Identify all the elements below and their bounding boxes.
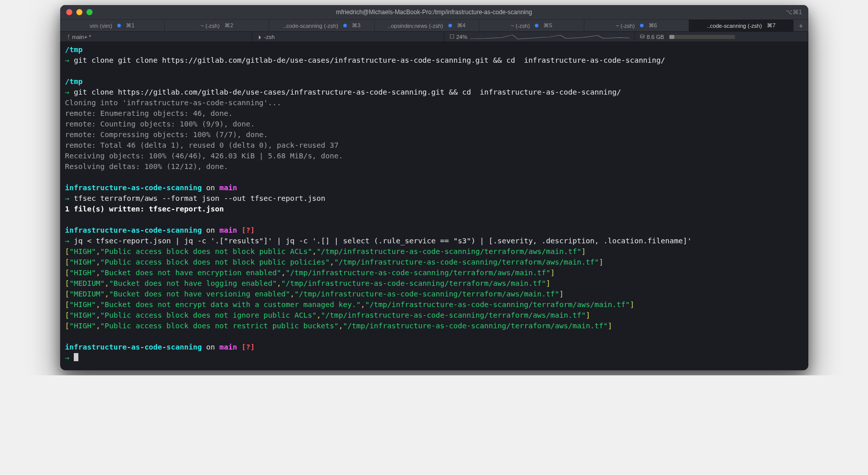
disk-bar (669, 35, 735, 39)
tab-label: ..code-scanning (-zsh) (283, 23, 338, 29)
tab-label: ..code-scanning (-zsh) (707, 23, 762, 29)
output-text: remote: Total 46 (delta 1), reused 0 (de… (65, 141, 339, 149)
severity: "MEDIUM" (69, 279, 105, 287)
tab-label: vim (vim) (89, 23, 112, 29)
branch-name: main (219, 343, 237, 351)
comma: , (105, 279, 109, 287)
severity: "HIGH" (69, 247, 96, 255)
cwd: /tmp (65, 77, 83, 85)
filename: "/tmp/infrastructure-as-code-scanning/te… (365, 300, 630, 309)
minimize-icon[interactable] (76, 9, 82, 15)
tab-label: ~ (-zsh) (616, 23, 635, 29)
branch-label: ᚶ main+ * (67, 34, 92, 40)
output-text: Resolving deltas: 100% (12/12), done. (65, 162, 229, 170)
status-process: ⏵ -zsh (252, 32, 444, 41)
bracket: [ (65, 269, 70, 277)
tab-2[interactable]: ..code-scanning (-zsh)⌘3 (269, 20, 374, 31)
activity-dot-icon (117, 24, 121, 27)
traffic-lights (66, 9, 93, 15)
filename: "/tmp/infrastructure-as-code-scanning/te… (294, 290, 559, 298)
prompt-arrow: → (65, 354, 74, 362)
tab-4[interactable]: ~ (-zsh)⌘5 (479, 20, 584, 31)
tab-0[interactable]: vim (vim)⌘1 (60, 20, 165, 31)
prompt-arrow: → (65, 194, 74, 202)
filename: "/tmp/infrastructure-as-code-scanning/te… (321, 311, 586, 319)
tab-6[interactable]: ..code-scanning (-zsh)⌘7 (689, 20, 794, 31)
result-line: ["MEDIUM","Bucket does not have versioni… (65, 289, 803, 299)
terminal-body[interactable]: /tmp→ git clone git clone https://gitlab… (60, 41, 808, 370)
bracket: [ (65, 311, 70, 319)
result-line: ["HIGH","Public access block does not bl… (65, 246, 803, 257)
branch-name: main (219, 226, 237, 234)
result-line: ["HIGH","Public access block does not re… (65, 321, 803, 331)
output-line: Resolving deltas: 100% (12/12), done. (65, 161, 803, 172)
cmd-line: → tfsec terraform/aws --format json --ou… (65, 193, 803, 204)
description: "Bucket does not encrypt data with a cus… (100, 300, 360, 309)
window-shortcut-badge: ⌥⌘1 (786, 9, 802, 16)
cmd-line: → git clone https://gitlab.com/gitlab-de… (65, 87, 803, 98)
tab-label: ~ (-zsh) (511, 23, 530, 29)
tab-shortcut: ⌘1 (126, 22, 134, 29)
severity: "HIGH" (69, 300, 96, 309)
comma: , (330, 258, 334, 266)
tab-3[interactable]: ..opsindev.news (-zsh)⌘4 (375, 20, 479, 31)
add-tab-button[interactable]: + (794, 20, 808, 31)
comma: , (312, 247, 316, 255)
prompt-line: infrastructure-as-code-scanning on main … (65, 342, 803, 353)
description: "Public access block does not block publ… (100, 258, 330, 266)
output-text: remote: Enumerating objects: 46, done. (65, 109, 233, 117)
tab-shortcut: ⌘6 (649, 22, 657, 29)
prompt-cursor-line: → (65, 353, 803, 363)
output-line: remote: Counting objects: 100% (9/9), do… (65, 119, 803, 129)
prompt-cwd: /tmp (65, 76, 803, 87)
prompt-line: infrastructure-as-code-scanning on main … (65, 225, 803, 236)
output-line: 1 file(s) written: tfsec-report.json (65, 204, 803, 214)
severity: "HIGH" (69, 258, 96, 266)
terminal-window: mfriedrich@Michaels-MacBook-Pro:/tmp/inf… (60, 5, 808, 370)
cwd: infrastructure-as-code-scanning (65, 184, 202, 192)
result-line: ["MEDIUM","Bucket does not have logging … (65, 278, 803, 289)
bracket: [ (65, 290, 70, 298)
description: "Public access block does not block publ… (100, 247, 312, 255)
fullscreen-icon[interactable] (86, 9, 93, 15)
comma: , (105, 290, 109, 298)
bracket: ] (599, 258, 604, 266)
bracket: [ (65, 322, 70, 330)
output-text: remote: Compressing objects: 100% (7/7),… (65, 131, 268, 139)
dirty-flag: [?] (237, 343, 255, 351)
bracket: ] (581, 247, 586, 255)
bracket: [ (65, 247, 70, 255)
output-line: remote: Total 46 (delta 1), reused 0 (de… (65, 140, 803, 151)
prompt-cwd: /tmp (65, 45, 803, 55)
titlebar: mfriedrich@Michaels-MacBook-Pro:/tmp/inf… (60, 5, 808, 19)
battery-pct: 24% (456, 34, 468, 40)
filename: "/tmp/infrastructure-as-code-scanning/te… (343, 322, 608, 330)
prompt-arrow: → (65, 56, 74, 64)
status-bar: ᚶ main+ * ⏵ -zsh ☐ 24% ⛁ 8.6 GB (60, 31, 808, 41)
cursor-icon (74, 353, 78, 361)
filename: "/tmp/infrastructure-as-code-scanning/te… (286, 269, 551, 277)
disk-free: 8.6 GB (647, 34, 664, 40)
comma: , (316, 311, 321, 319)
result-line: ["HIGH","Bucket does not encrypt data wi… (65, 299, 803, 310)
severity: "HIGH" (69, 322, 96, 330)
output-line: Receiving objects: 100% (46/46), 426.03 … (65, 151, 803, 161)
tab-shortcut: ⌘7 (767, 22, 775, 29)
cwd: infrastructure-as-code-scanning (65, 343, 202, 351)
close-icon[interactable] (66, 9, 72, 15)
tab-5[interactable]: ~ (-zsh)⌘6 (584, 20, 689, 31)
severity: "MEDIUM" (69, 290, 105, 298)
tab-1[interactable]: ~ (-zsh)⌘2 (165, 20, 269, 31)
tab-bar: vim (vim)⌘1~ (-zsh)⌘2..code-scanning (-z… (60, 19, 808, 31)
comma: , (360, 300, 365, 309)
result-line: ["HIGH","Bucket does not have encryption… (65, 268, 803, 278)
activity-dot-icon (343, 24, 347, 27)
output-line: remote: Compressing objects: 100% (7/7),… (65, 129, 803, 140)
bracket: ] (630, 300, 634, 309)
bracket: [ (65, 279, 70, 287)
filename: "/tmp/infrastructure-as-code-scanning/te… (334, 258, 599, 266)
bracket: ] (586, 311, 590, 319)
command-text: git clone https://gitlab.com/gitlab-de/u… (74, 88, 621, 96)
description: "Public access block does not ignore pub… (100, 311, 316, 319)
prompt-arrow: → (65, 88, 74, 96)
